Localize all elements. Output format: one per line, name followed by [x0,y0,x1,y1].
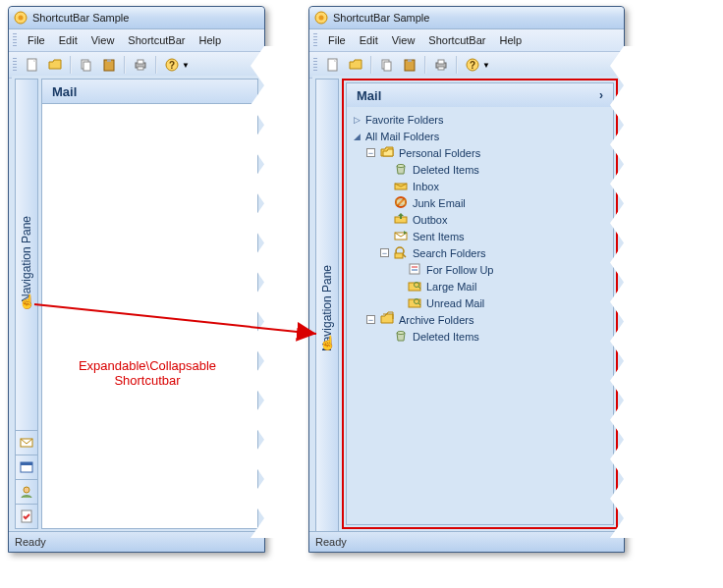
shortcut-icons-column [15,430,38,529]
titlebar[interactable]: ShortcutBar Sample [9,7,264,29]
cursor-hand-icon: ☝ [19,294,35,309]
new-file-button[interactable] [22,54,43,76]
svg-text:?: ? [169,60,175,71]
expander-spacer [380,215,389,224]
tree-item-label: Deleted Items [413,164,479,176]
menubar: File Edit View ShortcutBar Help [9,29,264,52]
svg-rect-9 [138,60,143,64]
print-button[interactable] [130,54,151,76]
toolbar-divider [70,56,72,74]
svg-rect-10 [138,67,143,70]
svg-rect-37 [396,199,406,205]
print-button[interactable] [430,54,452,76]
svg-rect-15 [21,462,32,465]
open-file-button[interactable] [345,54,366,76]
tree-item[interactable]: −Search Folders [353,244,607,261]
help-dropdown-icon[interactable]: ▼ [482,61,490,70]
expander-right-icon[interactable]: ▷ [353,115,362,124]
app-icon [14,11,28,25]
toolbar-grip[interactable] [313,58,317,72]
tree-section-allmail[interactable]: ◢ All Mail Folders [353,128,607,144]
menu-view[interactable]: View [84,32,122,48]
expander-spacer [380,232,389,241]
toolbar-divider [370,56,372,74]
shortcut-calendar-button[interactable] [16,454,37,479]
shortcutbar-collapsed[interactable]: Navigation Pane ☝ [15,79,38,439]
status-text: Ready [15,536,46,548]
copy-button[interactable] [376,54,398,76]
menu-edit[interactable]: Edit [52,32,84,48]
shortcut-mail-button[interactable] [16,431,37,454]
expander-minus-icon[interactable]: − [366,148,375,157]
tree-item-label: Inbox [413,181,439,192]
tree-item[interactable]: Junk Email [353,194,607,211]
status-text: Ready [315,536,347,548]
tree-item[interactable]: Inbox [353,178,607,194]
new-file-button[interactable] [322,54,344,76]
toolbar: ? ▼ [309,52,624,79]
tree-item-label: Unread Mail [426,297,484,309]
junk-icon [393,194,409,212]
expander-down-icon[interactable]: ◢ [353,132,362,140]
tree-item[interactable]: Deleted Items [353,161,607,178]
menu-file[interactable]: File [21,32,52,48]
menubar-grip[interactable] [313,33,317,47]
menubar-grip[interactable] [13,33,17,47]
tree-item[interactable]: Deleted Items [353,328,607,345]
tree-item[interactable]: Sent Items [353,228,607,244]
paste-button[interactable] [399,54,420,76]
help-button[interactable]: ? [161,54,183,76]
svg-rect-5 [83,62,90,71]
paste-button[interactable] [98,54,120,76]
tree-item-label: Deleted Items [413,331,479,343]
mail-header[interactable]: Mail › [346,82,614,107]
tree-item[interactable]: −Archive Folders [353,311,607,328]
menu-view[interactable]: View [385,32,422,48]
outbox-icon [393,211,409,229]
svg-rect-29 [438,60,444,64]
menu-help[interactable]: Help [192,32,228,48]
tree-section-favorites[interactable]: ▷ Favorite Folders [353,111,607,128]
toolbar-divider [155,56,157,74]
copy-button[interactable] [76,54,97,76]
tree-item[interactable]: Unread Mail [353,294,607,311]
sent-icon [393,228,409,245]
help-dropdown-icon[interactable]: ▼ [182,61,190,70]
expander-minus-icon[interactable]: − [366,315,375,324]
window-title: ShortcutBar Sample [32,12,129,24]
toolbar-divider [124,56,126,74]
tree-item-label: Outbox [413,214,447,226]
expander-spacer [380,165,389,174]
titlebar[interactable]: ShortcutBar Sample [309,7,624,29]
help-button[interactable]: ? [462,54,483,76]
expander-spacer [394,265,403,274]
menu-edit[interactable]: Edit [353,32,385,48]
statusbar: Ready [309,531,624,552]
menu-shortcutbar[interactable]: ShortcutBar [121,32,192,48]
shortcutbar-expanded-handle[interactable]: Navigation Pane ☝ [315,79,339,537]
expander-minus-icon[interactable]: − [380,248,389,257]
window-collapsed: ShortcutBar Sample File Edit View Shortc… [8,6,265,553]
mail-header-title: Mail [357,88,381,103]
archive-icon [379,311,395,329]
toolbar: ? ▼ [9,52,264,79]
menu-file[interactable]: File [321,32,353,48]
menu-shortcutbar[interactable]: ShortcutBar [421,32,492,48]
tree-item[interactable]: −Personal Folders [353,144,607,161]
highlighted-region: Mail › ▷ Favorite Folders ◢ All Mail Fol… [342,79,618,529]
svg-rect-27 [408,59,412,62]
menu-help[interactable]: Help [492,32,528,48]
tree-item[interactable]: Large Mail [353,278,607,294]
annotation-text: Expandable\Collapsable Shortcutbar [59,358,236,388]
shortcut-tasks-button[interactable] [16,504,37,528]
toolbar-grip[interactable] [13,58,17,72]
open-file-button[interactable] [44,54,66,76]
svg-point-18 [24,487,29,493]
tree-item[interactable]: Outbox [353,211,607,228]
shortcut-contacts-button[interactable] [16,479,37,504]
client-area: Navigation Pane ☝ Mail › ▷ Favorite Fold… [312,76,621,532]
tree-item[interactable]: For Follow Up [353,261,607,278]
search-icon [393,244,409,262]
tree-item-label: Sent Items [413,231,465,242]
mail-header: Mail [42,80,257,104]
